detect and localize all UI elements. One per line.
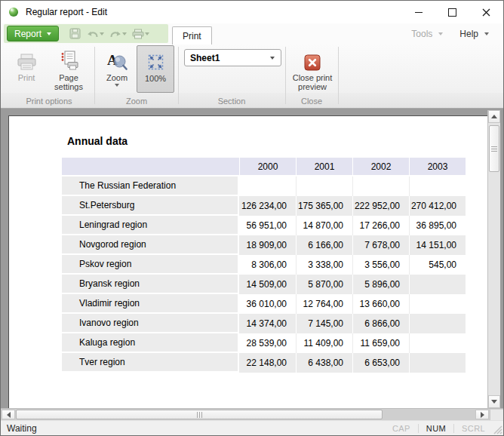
- app-window: Regular report - Edit Report: [0, 0, 504, 436]
- value-cell: 56 951,00: [239, 216, 296, 235]
- table-row: Leningrad region56 951,0014 870,0017 266…: [62, 216, 466, 235]
- group-label-section: Section: [180, 97, 284, 106]
- value-cell: 14 374,00: [239, 314, 296, 333]
- report-title: Annual data: [67, 135, 128, 147]
- horizontal-scrollbar[interactable]: [1, 408, 503, 420]
- table-header-row: 2000200120022003: [62, 158, 466, 177]
- row-label-cell: Leningrad region: [62, 216, 239, 235]
- save-button[interactable]: [68, 26, 81, 41]
- quick-print-icon: [132, 29, 144, 39]
- ribbon: Print Page settings: [1, 44, 503, 109]
- zoom-100-button[interactable]: 100%: [137, 45, 174, 93]
- quick-print-button[interactable]: [131, 26, 145, 41]
- value-cell: 22 148,00: [239, 353, 296, 373]
- table-row: Tver region22 148,006 438,006 653,00: [62, 353, 466, 373]
- chevron-down-icon: [484, 32, 489, 35]
- value-cell: 11 409,00: [296, 333, 352, 353]
- num-lock-indicator: NUM: [426, 424, 446, 433]
- zoom-icon: A: [106, 51, 128, 71]
- chevron-down-icon: [438, 32, 443, 35]
- close-print-preview-label: Close print preview: [289, 73, 336, 91]
- vertical-scrollbar-thumb[interactable]: [489, 125, 499, 172]
- scrollbar-corner: [490, 410, 503, 420]
- value-cell: 14 151,00: [409, 235, 466, 255]
- zoom-button[interactable]: A Zoom: [100, 45, 134, 87]
- resize-grip-icon[interactable]: [492, 424, 502, 434]
- scroll-left-button[interactable]: [2, 410, 15, 419]
- chevron-down-icon: [115, 84, 119, 87]
- value-cell: 18 909,00: [239, 235, 296, 255]
- zoom-button-label: Zoom: [106, 73, 128, 82]
- arrow-down-icon: [491, 400, 497, 404]
- print-button[interactable]: Print: [8, 45, 45, 82]
- value-cell: 3 338,00: [296, 255, 352, 275]
- report-menu-button[interactable]: Report: [7, 26, 59, 41]
- horizontal-scrollbar-thumb[interactable]: [16, 410, 383, 419]
- maximize-button[interactable]: [435, 1, 469, 23]
- tab-print-label: Print: [183, 31, 201, 41]
- row-label-cell: Novgorod region: [62, 235, 239, 255]
- table-row: The Russian Federation: [62, 177, 466, 196]
- zoom-100-icon: [146, 53, 165, 72]
- header-cell: 2003: [409, 158, 466, 177]
- group-label-zoom: Zoom: [96, 97, 177, 106]
- preview-page: Annual data 2000200120022003The Russian …: [8, 115, 487, 408]
- arrow-right-icon: [481, 412, 484, 418]
- page-settings-button-label: Page settings: [48, 73, 90, 91]
- scroll-lock-indicator: SCRL: [462, 424, 485, 433]
- value-cell: [409, 333, 466, 353]
- header-cell: 2002: [352, 158, 409, 177]
- tools-menu[interactable]: Tools: [403, 23, 451, 44]
- value-cell: 270 412,00: [409, 196, 466, 216]
- scroll-down-button[interactable]: [488, 395, 500, 408]
- close-print-preview-button[interactable]: Close print preview: [289, 45, 336, 91]
- row-label-cell: Ivanovo region: [62, 314, 239, 333]
- scroll-right-button[interactable]: [475, 410, 489, 419]
- undo-dropdown-icon[interactable]: [100, 32, 104, 35]
- value-cell: 175 365,00: [296, 196, 352, 216]
- value-cell: 8 306,00: [239, 255, 296, 275]
- value-cell: 13 660,00: [352, 294, 409, 314]
- page-settings-icon: [59, 51, 79, 71]
- status-text: Waiting: [7, 423, 37, 434]
- value-cell: [352, 177, 409, 196]
- header-cell: 2001: [296, 158, 352, 177]
- page-settings-button[interactable]: Page settings: [48, 45, 90, 91]
- minimize-icon: [415, 12, 423, 13]
- report-menu-label: Report: [14, 29, 41, 39]
- table-row: Vladimir region36 010,0012 764,0013 660,…: [62, 294, 466, 314]
- help-menu[interactable]: Help: [451, 23, 497, 44]
- section-combobox[interactable]: Sheet1: [184, 49, 281, 66]
- group-separator: [94, 47, 95, 104]
- value-cell: [409, 275, 466, 294]
- caps-lock-indicator: CAP: [392, 424, 410, 433]
- value-cell: 126 234,00: [239, 196, 296, 216]
- redo-button[interactable]: [109, 26, 122, 41]
- value-cell: 3 556,00: [352, 255, 409, 275]
- app-icon: [8, 7, 19, 17]
- tab-print[interactable]: Print: [172, 26, 212, 45]
- value-cell: 12 764,00: [296, 294, 352, 314]
- group-separator: [178, 47, 179, 104]
- table-row: Kaluga region28 539,0011 409,0011 659,00: [62, 333, 466, 353]
- close-button[interactable]: [469, 1, 503, 23]
- vertical-scrollbar[interactable]: [487, 110, 500, 408]
- undo-button[interactable]: [86, 26, 100, 41]
- tab-row: Report: [1, 23, 503, 44]
- value-cell: 7 678,00: [352, 235, 409, 255]
- undo-icon: [87, 29, 99, 38]
- value-cell: 14 509,00: [239, 275, 296, 294]
- redo-dropdown-icon[interactable]: [122, 32, 127, 35]
- minimize-button[interactable]: [401, 1, 435, 23]
- quick-print-dropdown-icon[interactable]: [145, 32, 149, 35]
- group-label-print-options: Print options: [7, 97, 91, 106]
- value-cell: 28 539,00: [239, 333, 296, 353]
- zoom-100-button-label: 100%: [145, 74, 166, 83]
- scroll-up-button[interactable]: [488, 110, 500, 123]
- value-cell: 5 896,00: [352, 275, 409, 294]
- header-corner-cell: [62, 158, 239, 177]
- value-cell: 6 166,00: [296, 235, 352, 255]
- keyboard-indicators: CAP NUM SCRL: [392, 424, 485, 433]
- tools-menu-label: Tools: [411, 29, 432, 39]
- arrow-left-icon: [7, 412, 11, 418]
